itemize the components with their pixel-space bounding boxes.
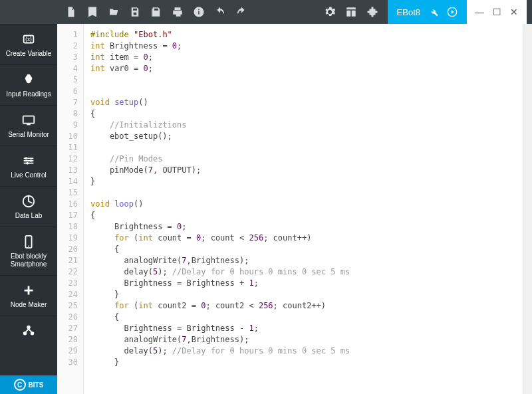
- sidebar-icon: [21, 282, 37, 298]
- minimize-button[interactable]: —: [475, 7, 484, 17]
- code-line[interactable]: //Initializtions: [90, 120, 517, 131]
- sidebar-item-create-variable[interactable]: (x)Create Variable: [0, 24, 57, 64]
- svg-point-10: [27, 326, 31, 330]
- sidebar-item-label: Live Control: [3, 171, 55, 179]
- sidebar-item-data-lab[interactable]: Data Lab: [0, 186, 57, 227]
- sidebar-item-label: Ebot blockly Smartphone: [3, 252, 55, 268]
- sidebar-item-node-maker[interactable]: Node Maker: [0, 275, 57, 316]
- sidebar-icon: [21, 193, 37, 209]
- redo-icon[interactable]: [235, 6, 247, 18]
- sidebar-item-more[interactable]: [0, 316, 57, 348]
- sidebar-item-label: Create Variable: [3, 50, 55, 58]
- code-line[interactable]: Brightness = 0;: [90, 221, 517, 233]
- sidebar-icon: [21, 234, 37, 250]
- layout-icon[interactable]: [345, 6, 357, 18]
- svg-rect-14: [198, 11, 200, 15]
- svg-point-9: [28, 246, 29, 247]
- sidebar: ≡ (x)Create VariableInput ReadingsSerial…: [0, 0, 57, 394]
- sidebar-footer-bits[interactable]: CBITS: [0, 375, 57, 394]
- line-gutter: 1234567891011121314151617181920212223242…: [57, 24, 84, 394]
- svg-rect-3: [27, 124, 31, 126]
- sidebar-item-live-control[interactable]: Live Control: [0, 146, 57, 186]
- maximize-button[interactable]: ☐: [492, 7, 501, 17]
- code-line[interactable]: {: [90, 108, 517, 120]
- svg-text:(x): (x): [25, 37, 32, 43]
- sidebar-icon: [21, 112, 37, 128]
- tools-icon[interactable]: [428, 7, 439, 17]
- share-icon: [21, 323, 37, 339]
- close-button[interactable]: ✕: [509, 7, 519, 17]
- sidebar-item-label: Data Lab: [3, 212, 55, 220]
- code-line[interactable]: int var0 = 0;: [90, 63, 517, 74]
- code-line[interactable]: for (int count2 = 0; count2 < 256; count…: [90, 300, 517, 312]
- sidebar-item-input-readings[interactable]: Input Readings: [0, 64, 57, 105]
- sidebar-item-label: Node Maker: [3, 301, 55, 309]
- open-icon[interactable]: [108, 6, 120, 18]
- settings-icon[interactable]: [324, 6, 336, 18]
- book-icon[interactable]: [86, 6, 98, 18]
- code-line[interactable]: int item = 0;: [90, 52, 517, 63]
- vertical-scrollbar[interactable]: [523, 24, 532, 394]
- sidebar-item-label: Input Readings: [3, 90, 55, 98]
- code-line[interactable]: {: [90, 244, 517, 255]
- svg-point-4: [25, 157, 28, 160]
- sidebar-icon: [21, 72, 37, 88]
- window-controls: — ☐ ✕: [467, 0, 527, 24]
- svg-rect-15: [198, 9, 200, 11]
- code-line[interactable]: Brightness = Brightness - 1;: [90, 323, 517, 334]
- svg-point-5: [30, 159, 33, 162]
- print-icon[interactable]: [172, 6, 184, 18]
- code-line[interactable]: [90, 187, 517, 199]
- code-line[interactable]: delay(5); //Delay for 0 hours 0 mins 0 s…: [90, 345, 517, 357]
- code-line[interactable]: delay(5); //Delay for 0 hours 0 mins 0 s…: [90, 266, 517, 278]
- sidebar-icon: [21, 153, 37, 169]
- play-icon[interactable]: [447, 7, 458, 17]
- code-line[interactable]: //Pin Modes: [90, 153, 517, 165]
- toolbar: EBot8 — ☐ ✕: [0, 0, 532, 24]
- info-icon[interactable]: [193, 6, 205, 18]
- code-line[interactable]: for (int count = 0; count < 256; count++…: [90, 233, 517, 244]
- code-line[interactable]: }: [90, 289, 517, 300]
- code-line[interactable]: int Brightness = 0;: [90, 41, 517, 52]
- code-editor[interactable]: 1234567891011121314151617181920212223242…: [57, 24, 532, 394]
- sidebar-icon: (x): [21, 31, 37, 47]
- code-line[interactable]: void loop(): [90, 199, 517, 210]
- code-line[interactable]: [90, 142, 517, 153]
- save-icon[interactable]: [129, 6, 141, 18]
- code-line[interactable]: analogWrite(7,Brightness);: [90, 334, 517, 345]
- code-line[interactable]: Brightness = Brightness + 1;: [90, 278, 517, 289]
- svg-rect-2: [23, 116, 35, 124]
- sidebar-item-serial-monitor[interactable]: Serial Monitor: [0, 105, 57, 146]
- extension-icon[interactable]: [366, 6, 378, 18]
- undo-icon[interactable]: [214, 6, 226, 18]
- code-line[interactable]: pinMode(7, OUTPUT);: [90, 165, 517, 176]
- code-line[interactable]: [90, 86, 517, 97]
- svg-point-6: [26, 162, 29, 165]
- code-line[interactable]: [90, 74, 517, 86]
- code-line[interactable]: {: [90, 312, 517, 323]
- sidebar-item-ebot-blockly-smartphone[interactable]: Ebot blockly Smartphone: [0, 227, 57, 275]
- sidebar-item-label: Serial Monitor: [3, 131, 55, 139]
- code-line[interactable]: ebot_setup();: [90, 131, 517, 142]
- code-line[interactable]: void setup(): [90, 97, 517, 108]
- code-line[interactable]: }: [90, 357, 517, 368]
- save-as-icon[interactable]: [150, 6, 162, 18]
- code-line[interactable]: analogWrite(7,Brightness);: [90, 255, 517, 266]
- new-file-icon[interactable]: [65, 6, 77, 18]
- code-line[interactable]: #include "Ebot.h": [90, 29, 517, 41]
- code-line[interactable]: {: [90, 210, 517, 221]
- ebot-tab[interactable]: EBot8: [388, 0, 467, 24]
- code-area[interactable]: #include "Ebot.h"int Brightness = 0;int …: [84, 24, 523, 394]
- code-line[interactable]: }: [90, 176, 517, 187]
